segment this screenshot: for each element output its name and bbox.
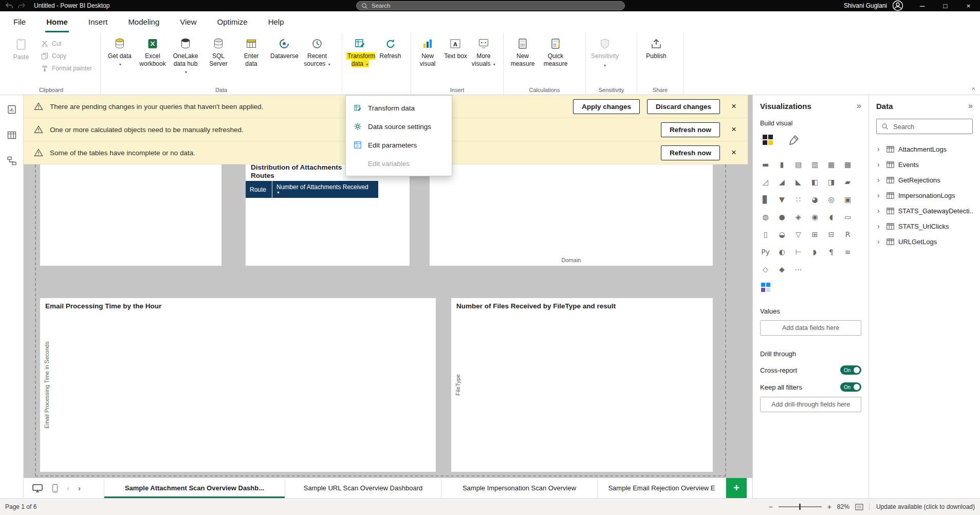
close-button[interactable]: × <box>957 0 980 11</box>
visual-type-icon[interactable]: ◒ <box>776 229 787 240</box>
menu-item-optimize[interactable]: Optimize <box>216 11 249 32</box>
get-data-button[interactable]: Get data ▾ <box>105 35 135 68</box>
page-tab-impersonation-scan[interactable]: Sample Impersonation Scan Overview <box>441 478 598 498</box>
text-box-button[interactable]: A Text box <box>443 35 468 60</box>
column-header-route[interactable]: Route <box>246 181 272 198</box>
new-page-button[interactable]: + <box>726 478 747 498</box>
cut-button[interactable]: Cut <box>41 40 92 47</box>
refresh-now-button[interactable]: Refresh now <box>661 145 720 160</box>
expand-chevron-icon[interactable] <box>877 191 882 199</box>
menu-item-edit-parameters[interactable]: Edit parameters <box>346 136 452 154</box>
collapse-pane-icon[interactable]: » <box>968 101 973 111</box>
visual-type-icon[interactable]: ◗ <box>809 246 820 257</box>
update-available-link[interactable]: Update available (click to download) <box>869 503 975 510</box>
close-banner-icon[interactable]: × <box>728 124 739 135</box>
publish-button[interactable]: Publish <box>641 35 671 60</box>
global-search-box[interactable]: Search <box>356 1 625 10</box>
refresh-button[interactable]: Refresh <box>377 35 403 60</box>
data-table-item[interactable]: Events <box>876 157 973 172</box>
visual-type-icon[interactable]: ⊞ <box>809 229 820 240</box>
visual-type-icon[interactable]: ▦ <box>826 159 837 170</box>
data-table-item[interactable]: URLGetLogs <box>876 234 973 249</box>
visual-type-icon[interactable]: ▩ <box>842 159 853 170</box>
visual-domain-chart[interactable]: Domain <box>430 159 713 266</box>
close-banner-icon[interactable]: × <box>728 148 739 158</box>
user-name[interactable]: Shivani Guglani <box>844 2 887 9</box>
paste-button[interactable]: Paste <box>6 35 36 61</box>
page-tab-url-scan[interactable]: Sample URL Scan Overview Dashboard <box>285 478 441 498</box>
collapse-ribbon-icon[interactable]: ^ <box>972 86 975 94</box>
visual-type-icon[interactable]: ▊ <box>760 194 771 205</box>
get-more-visuals-icon[interactable] <box>760 282 771 293</box>
visual-type-icon[interactable]: ▽ <box>793 229 804 240</box>
visual-type-icon[interactable]: ◐ <box>776 246 787 257</box>
format-painter-button[interactable]: Format painter <box>41 65 92 72</box>
column-header-attachments[interactable]: Number of Attachments Received ▼ <box>272 181 378 198</box>
table-view-icon[interactable] <box>7 130 17 140</box>
menu-item-file[interactable]: File <box>12 11 27 32</box>
collapse-pane-icon[interactable]: » <box>857 101 861 111</box>
fit-to-page-icon[interactable] <box>855 504 863 510</box>
visual-type-icon[interactable]: R <box>842 229 853 240</box>
visual-type-icon[interactable]: ≡ <box>842 246 853 257</box>
next-page-chevron-icon[interactable]: › <box>78 484 81 492</box>
data-search-box[interactable]: Search <box>876 119 973 134</box>
user-avatar-icon[interactable] <box>892 0 903 11</box>
table-header-row[interactable]: Route Number of Attachments Received ▼ <box>246 181 378 198</box>
expand-chevron-icon[interactable] <box>877 176 882 184</box>
data-table-item[interactable]: STATS_GatewayDetecti... <box>876 203 973 218</box>
minimize-button[interactable]: ─ <box>911 0 934 11</box>
recent-sources-button[interactable]: Recent sources ▾ <box>302 35 332 68</box>
visual-type-icon[interactable]: ▤ <box>793 159 804 170</box>
visual-type-icon[interactable]: ◇ <box>760 264 771 274</box>
visual-type-icon[interactable]: ▥ <box>809 159 820 170</box>
visual-type-icon[interactable]: ▯ <box>760 229 771 240</box>
menu-item-insert[interactable]: Insert <box>87 11 109 32</box>
format-visual-icon[interactable] <box>788 134 800 146</box>
expand-chevron-icon[interactable] <box>877 222 882 230</box>
menu-item-transform-data[interactable]: Transform data <box>346 99 452 117</box>
expand-chevron-icon[interactable] <box>877 207 882 215</box>
visual-filetype-chart[interactable]: Number of Files Received by FileType and… <box>451 298 713 472</box>
refresh-now-button[interactable]: Refresh now <box>661 122 720 137</box>
apply-changes-button[interactable]: Apply changes <box>573 99 640 114</box>
zoom-slider[interactable] <box>779 506 822 507</box>
maximize-button[interactable]: □ <box>934 0 957 11</box>
data-table-item[interactable]: GetRejections <box>876 172 973 188</box>
cross-report-toggle[interactable]: On <box>840 365 861 375</box>
zoom-out-icon[interactable]: − <box>768 503 772 511</box>
visual-type-icon[interactable]: ◆ <box>776 264 787 274</box>
keep-all-filters-toggle[interactable]: On <box>840 382 861 392</box>
previous-page-chevron-icon[interactable]: ‹ <box>67 484 69 492</box>
model-view-icon[interactable] <box>7 156 17 166</box>
new-measure-button[interactable]: New measure <box>508 35 538 68</box>
visual-type-icon[interactable]: ◣ <box>793 176 804 187</box>
visual-type-icon[interactable]: ◢ <box>776 176 787 187</box>
data-table-item[interactable]: STATS_UrlClicks <box>876 218 973 234</box>
visual-type-icon[interactable]: ▼ <box>776 194 787 205</box>
menu-item-home[interactable]: Home <box>45 11 69 32</box>
close-banner-icon[interactable]: × <box>728 101 739 112</box>
data-table-item[interactable]: ImpersonationLogs <box>876 188 973 203</box>
excel-workbook-button[interactable]: Excel workbook <box>138 35 168 68</box>
menu-item-modeling[interactable]: Modeling <box>127 11 160 32</box>
sort-caret-icon[interactable]: ▼ <box>276 191 378 195</box>
zoom-slider-thumb[interactable] <box>799 504 801 510</box>
page-tab-attachment-scan[interactable]: Sample Attachment Scan Overview Dashb... <box>104 478 285 498</box>
menu-item-help[interactable]: Help <box>267 11 285 32</box>
visual-type-icon[interactable]: ⊢ <box>793 246 804 257</box>
visual-type-icon[interactable]: ◖ <box>826 211 837 222</box>
visual-processing-time-chart[interactable]: Email Processing Time by the Hour Email … <box>40 298 436 472</box>
visual-type-icon[interactable]: ▬ <box>760 159 771 170</box>
add-data-fields-well[interactable]: Add data fields here <box>760 320 861 336</box>
visual-type-icon[interactable]: ◎ <box>826 194 837 205</box>
visual-type-icon[interactable]: ∷ <box>793 194 804 205</box>
new-visual-button[interactable]: New visual <box>415 35 440 68</box>
visual-type-icon[interactable]: ▮ <box>776 159 787 170</box>
visual-type-icon[interactable]: ◍ <box>760 211 771 222</box>
visual-type-icon[interactable]: Py <box>760 246 771 257</box>
visual-type-icon[interactable]: ◈ <box>793 211 804 222</box>
undo-icon[interactable] <box>3 3 15 9</box>
transform-data-button[interactable]: Transform data ▾ <box>346 35 374 68</box>
menu-item-data-source-settings[interactable]: Data source settings <box>346 117 452 136</box>
